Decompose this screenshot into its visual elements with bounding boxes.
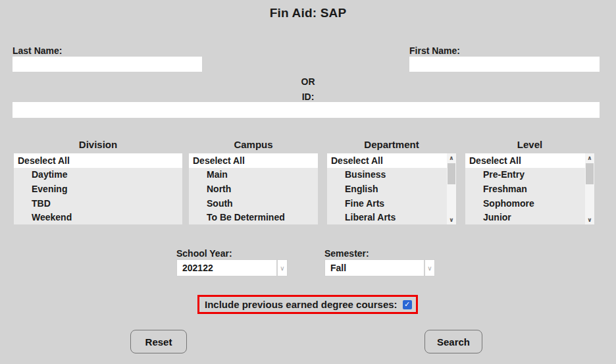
list-item[interactable]: Daytime bbox=[14, 168, 182, 182]
school-year-label: School Year: bbox=[176, 248, 232, 259]
list-item[interactable]: Fine Arts bbox=[327, 196, 456, 211]
scroll-down-icon[interactable]: ∨ bbox=[447, 215, 456, 224]
level-header: Level bbox=[465, 139, 594, 150]
division-header: Division bbox=[14, 139, 182, 150]
list-item[interactable]: Sophomore bbox=[465, 196, 594, 211]
list-item[interactable]: Deselect All bbox=[189, 153, 318, 168]
scroll-up-icon[interactable]: ∧ bbox=[447, 153, 456, 163]
list-item[interactable]: Deselect All bbox=[14, 153, 182, 168]
list-item[interactable]: Weekend bbox=[14, 210, 182, 224]
last-name-label: Last Name: bbox=[13, 45, 62, 56]
or-label: OR bbox=[0, 76, 616, 87]
list-item[interactable]: Main bbox=[189, 168, 318, 182]
school-year-value: 202122 bbox=[177, 260, 276, 276]
list-item[interactable]: Evening bbox=[14, 182, 182, 196]
scroll-thumb[interactable] bbox=[448, 163, 455, 184]
scroll-down-icon[interactable]: ∨ bbox=[585, 215, 594, 224]
page-title: Fin Aid: SAP bbox=[0, 6, 616, 20]
id-label: ID: bbox=[0, 91, 616, 102]
last-name-input[interactable] bbox=[13, 57, 202, 72]
chevron-down-icon[interactable]: ∨ bbox=[276, 260, 287, 276]
first-name-input[interactable] bbox=[409, 57, 600, 72]
chevron-down-icon[interactable]: ∨ bbox=[424, 260, 434, 276]
semester-value: Fall bbox=[325, 260, 424, 276]
scroll-up-icon[interactable]: ∧ bbox=[585, 153, 594, 163]
scroll-thumb[interactable] bbox=[586, 163, 594, 184]
search-button[interactable]: Search bbox=[424, 330, 482, 353]
semester-select[interactable]: Fall ∨ bbox=[324, 259, 435, 276]
id-input[interactable] bbox=[13, 102, 600, 118]
list-item[interactable]: Liberal Arts bbox=[327, 210, 456, 224]
list-item[interactable]: Junior bbox=[465, 210, 594, 224]
include-degree-courses-checkbox[interactable] bbox=[403, 300, 412, 309]
school-year-select[interactable]: 202122 ∨ bbox=[176, 259, 288, 276]
level-listbox: Deselect All Pre-Entry Freshman Sophomor… bbox=[465, 153, 594, 224]
reset-button[interactable]: Reset bbox=[130, 330, 187, 353]
list-item[interactable]: TBD bbox=[14, 196, 182, 211]
list-item[interactable]: South bbox=[189, 196, 318, 211]
department-header: Department bbox=[327, 139, 456, 150]
scrollbar[interactable]: ∧ ∨ bbox=[447, 153, 456, 224]
department-listbox: Deselect All Business English Fine Arts … bbox=[327, 153, 456, 224]
list-item[interactable]: North bbox=[189, 182, 318, 196]
include-degree-courses-row: Include previous earned degree courses: bbox=[197, 295, 418, 314]
division-listbox: Deselect All Daytime Evening TBD Weekend bbox=[14, 153, 182, 224]
list-item[interactable]: Pre-Entry bbox=[465, 168, 594, 182]
campus-listbox: Deselect All Main North South To Be Dete… bbox=[189, 153, 318, 224]
campus-header: Campus bbox=[189, 139, 318, 150]
scrollbar[interactable]: ∧ ∨ bbox=[585, 153, 594, 224]
list-item[interactable]: Business bbox=[327, 168, 456, 182]
list-item[interactable]: Deselect All bbox=[327, 153, 456, 168]
include-degree-courses-label: Include previous earned degree courses: bbox=[205, 299, 398, 310]
semester-label: Semester: bbox=[324, 248, 369, 259]
list-item[interactable]: To Be Determined bbox=[189, 210, 318, 224]
first-name-label: First Name: bbox=[409, 45, 460, 56]
list-item[interactable]: Deselect All bbox=[465, 153, 594, 168]
list-item[interactable]: English bbox=[327, 182, 456, 196]
list-item[interactable]: Freshman bbox=[465, 182, 594, 196]
